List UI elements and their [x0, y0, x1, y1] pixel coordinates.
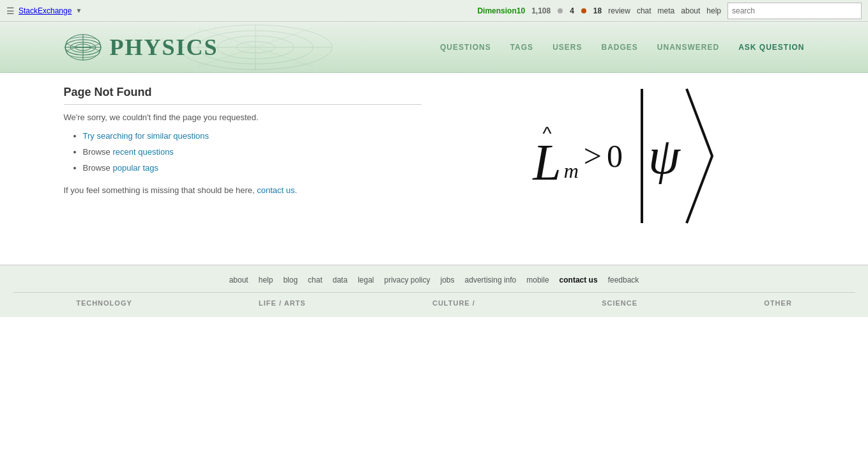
footer: about help blog chat data legal privacy …	[0, 265, 868, 317]
l-hat-symbol: ^ L	[533, 124, 561, 188]
zero-value: 0	[607, 137, 623, 175]
badge-silver-dot	[558, 8, 563, 13]
missing-text: If you feel something is missing that sh…	[64, 185, 422, 195]
stackexchange-link[interactable]: StackExchange	[19, 6, 72, 15]
stackexchange-dropdown-arrow[interactable]: ▼	[75, 7, 82, 14]
badge-bronze-count: 18	[593, 6, 602, 15]
nav-meta[interactable]: meta	[658, 6, 675, 15]
m-subscript: m	[564, 159, 579, 183]
nav-help[interactable]: help	[706, 6, 721, 15]
ket-right-bracket-svg	[680, 86, 719, 226]
content-right: ^ L m > 0 ψ	[447, 86, 805, 226]
search-input[interactable]	[727, 3, 862, 19]
footer-feedback[interactable]: feedback	[608, 276, 639, 284]
suggestion-tags: Browse popular tags	[83, 163, 422, 173]
footer-cat-other: OTHER	[764, 299, 792, 307]
topbar: ☰ StackExchange ▼ Dimension10 1,108 4 18…	[0, 0, 868, 22]
footer-data[interactable]: data	[333, 276, 347, 284]
suggestion-recent: Browse recent questions	[83, 147, 422, 157]
username[interactable]: Dimension10	[477, 6, 525, 15]
search-link[interactable]: Try searching for similar questions	[83, 131, 209, 141]
suggestion-list: Try searching for similar questions Brow…	[64, 131, 422, 173]
nav-ask-question[interactable]: ASK QUESTION	[738, 43, 804, 52]
contact-us-link[interactable]: contact us	[257, 185, 294, 195]
footer-advertising-info[interactable]: advertising info	[465, 276, 517, 284]
footer-mobile[interactable]: mobile	[526, 276, 549, 284]
footer-cat-culture: CULTURE /	[432, 299, 475, 307]
lhat-formula: ^ L m > 0	[533, 124, 623, 188]
footer-bottom: TECHNOLOGY LIFE / ARTS CULTURE / SCIENCE…	[13, 292, 855, 307]
suggestion-search: Try searching for similar questions	[83, 131, 422, 141]
sorry-text: We're sorry, we couldn't find the page y…	[64, 113, 422, 122]
nav-tags[interactable]: TAGS	[510, 43, 533, 52]
recent-questions-link[interactable]: recent questions	[112, 147, 173, 157]
nav-unanswered[interactable]: UNANSWERED	[657, 43, 719, 52]
psi-symbol: ψ	[648, 127, 680, 185]
popular-tags-link[interactable]: popular tags	[112, 163, 158, 173]
math-formula-display: ^ L m > 0 ψ	[533, 86, 719, 226]
site-header: PHYSICS QUESTIONS TAGS USERS BADGES UNAN…	[0, 22, 868, 73]
footer-contact-us[interactable]: contact us	[560, 276, 598, 284]
greater-than-operator: >	[584, 137, 602, 175]
topbar-right: Dimension10 1,108 4 18 review chat meta …	[477, 3, 862, 19]
footer-cat-science: SCIENCE	[602, 299, 637, 307]
nav-questions[interactable]: QUESTIONS	[440, 43, 491, 52]
page-title: Page Not Found	[64, 86, 422, 105]
l-char: L	[533, 137, 561, 188]
ket-left-bar-svg	[629, 86, 648, 226]
footer-cat-technology: TECHNOLOGY	[76, 299, 132, 307]
footer-blog[interactable]: blog	[283, 276, 298, 284]
footer-chat[interactable]: chat	[308, 276, 323, 284]
ket-notation: ψ	[629, 86, 719, 226]
footer-help[interactable]: help	[259, 276, 273, 284]
reputation: 1,108	[531, 6, 551, 15]
site-header-inner: PHYSICS QUESTIONS TAGS USERS BADGES UNAN…	[51, 28, 818, 66]
topbar-left: ☰ StackExchange ▼	[6, 6, 82, 16]
nav-chat[interactable]: chat	[637, 6, 651, 15]
content-left: Page Not Found We're sorry, we couldn't …	[64, 86, 422, 226]
site-title: PHYSICS	[110, 34, 218, 61]
footer-legal[interactable]: legal	[358, 276, 374, 284]
stackexchange-label: StackExchange	[19, 6, 72, 15]
nav-review[interactable]: review	[608, 6, 630, 15]
footer-about[interactable]: about	[229, 276, 248, 284]
footer-jobs[interactable]: jobs	[441, 276, 455, 284]
nav-badges[interactable]: BADGES	[601, 43, 637, 52]
badge-bronze-dot	[581, 8, 586, 13]
footer-cat-life-arts: LIFE / ARTS	[259, 299, 306, 307]
site-logo[interactable]: PHYSICS	[64, 28, 218, 66]
hamburger-icon[interactable]: ☰	[6, 6, 15, 16]
footer-links: about help blog chat data legal privacy …	[13, 276, 855, 284]
footer-privacy-policy[interactable]: privacy policy	[384, 276, 430, 284]
logo-icon	[64, 28, 102, 66]
main-content: Page Not Found We're sorry, we couldn't …	[51, 73, 818, 239]
nav-about[interactable]: about	[681, 6, 700, 15]
badge-silver-count: 4	[570, 6, 574, 15]
site-nav: QUESTIONS TAGS USERS BADGES UNANSWERED A…	[440, 43, 805, 52]
nav-users[interactable]: USERS	[552, 43, 582, 52]
